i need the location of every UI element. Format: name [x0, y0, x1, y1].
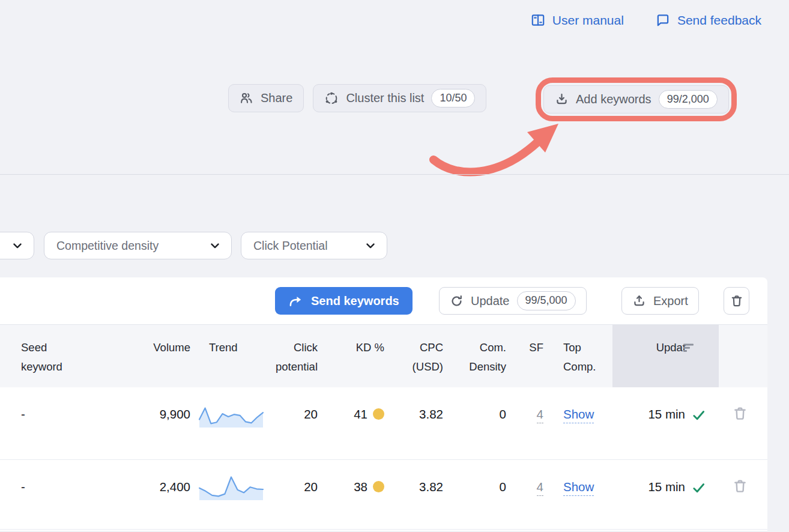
- add-keywords-label: Add keywords: [576, 92, 651, 106]
- user-manual-label: User manual: [552, 13, 624, 28]
- kd-value: 41: [354, 407, 367, 422]
- column-header-trend[interactable]: Trend: [190, 325, 264, 387]
- check-icon: [692, 408, 706, 422]
- update-count-badge: 99/5,000: [517, 291, 576, 310]
- export-button[interactable]: Export: [621, 287, 699, 315]
- column-header-seed-keyword[interactable]: Seed keyword: [0, 325, 81, 387]
- show-link[interactable]: Show: [563, 407, 594, 423]
- help-links: User manual Send feedback: [530, 13, 761, 28]
- cell-top-comp: Show: [543, 460, 612, 529]
- cell-updated: 15 min: [612, 387, 719, 459]
- send-feedback-label: Send feedback: [677, 13, 761, 28]
- column-header-kd[interactable]: KD %: [318, 325, 384, 387]
- cell-sf: 4: [506, 387, 543, 459]
- table-row: - 9,900 20 41 3.82 0 4 Show 15 min: [0, 387, 767, 460]
- cell-seed-keyword: -: [0, 387, 81, 459]
- refresh-icon: [450, 294, 464, 308]
- table-header-row: Seed keyword Volume Trend Click potentia…: [0, 324, 767, 387]
- send-keywords-label: Send keywords: [311, 294, 399, 308]
- column-header-top-comp[interactable]: Top Comp.: [543, 325, 612, 387]
- cell-seed-keyword: -: [0, 460, 81, 529]
- cluster-label: Cluster this list: [346, 91, 424, 105]
- sf-value[interactable]: 4: [537, 480, 543, 496]
- cell-kd: 38: [318, 460, 384, 529]
- cluster-count-badge: 10/50: [431, 89, 475, 107]
- cell-cpc: 3.82: [384, 387, 443, 459]
- cell-volume: 9,900: [81, 387, 190, 459]
- keyword-table-card: Send keywords Update 99/5,000 Export: [0, 277, 767, 531]
- kd-difficulty-dot: [373, 408, 384, 420]
- cluster-icon: [324, 91, 339, 106]
- table-row: - 2,400 20 38 3.82 0 4 Show 15 min: [0, 460, 767, 530]
- cell-click-potential: 20: [264, 460, 318, 529]
- column-header-cpc[interactable]: CPC (USD): [384, 325, 443, 387]
- filter-click-potential[interactable]: Click Potential: [241, 232, 387, 259]
- filter-click-potential-label: Click Potential: [253, 239, 328, 253]
- kd-value: 38: [354, 480, 367, 494]
- trend-sparkline: [190, 387, 264, 459]
- cell-sf: 4: [506, 460, 543, 529]
- column-header-actions: [719, 325, 767, 387]
- show-link[interactable]: Show: [563, 480, 594, 496]
- check-icon: [692, 481, 706, 495]
- section-divider: [0, 174, 789, 175]
- column-header-volume[interactable]: Volume: [81, 325, 190, 387]
- cell-cpc: 3.82: [384, 460, 443, 529]
- trash-icon[interactable]: [732, 478, 748, 494]
- chevron-down-icon: [11, 239, 24, 252]
- update-label: Update: [471, 294, 510, 308]
- filter-competitive-density-label: Competitive density: [56, 239, 159, 253]
- cell-row-actions: [719, 387, 767, 459]
- highlight-ring-annotation: Add keywords 99/2,000: [536, 77, 737, 121]
- cluster-this-list-button[interactable]: Cluster this list 10/50: [313, 84, 486, 112]
- trend-sparkline: [190, 460, 264, 529]
- action-bar: Share Cluster this list 10/50: [228, 84, 486, 112]
- user-manual-link[interactable]: User manual: [530, 13, 624, 28]
- cell-updated: 15 min: [612, 460, 719, 529]
- cell-com-density: 0: [443, 460, 506, 529]
- updated-value: 15 min: [648, 407, 685, 422]
- cell-row-actions: [719, 460, 767, 529]
- send-feedback-link[interactable]: Send feedback: [655, 13, 761, 28]
- trash-icon: [730, 294, 744, 308]
- filter-dropdown-partial[interactable]: [0, 232, 34, 259]
- add-keywords-button[interactable]: Add keywords 99/2,000: [543, 85, 729, 113]
- column-header-updated-sorted[interactable]: Updat: [612, 325, 719, 387]
- delete-list-button[interactable]: [724, 287, 749, 315]
- forward-arrow-icon: [288, 294, 303, 307]
- cell-click-potential: 20: [264, 387, 318, 459]
- cell-kd: 41: [318, 387, 384, 459]
- send-keywords-button[interactable]: Send keywords: [275, 287, 413, 315]
- chevron-down-icon: [208, 239, 222, 252]
- cell-top-comp: Show: [543, 387, 612, 459]
- table-toolbar: Send keywords Update 99/5,000 Export: [0, 277, 767, 324]
- upload-icon: [632, 294, 646, 308]
- cell-volume: 2,400: [81, 460, 190, 529]
- chevron-down-icon: [364, 239, 377, 252]
- column-header-updated-label: Updat: [656, 338, 686, 357]
- filter-competitive-density[interactable]: Competitive density: [44, 232, 232, 259]
- sf-value[interactable]: 4: [537, 407, 543, 423]
- updated-value: 15 min: [648, 480, 685, 494]
- update-button[interactable]: Update 99/5,000: [439, 287, 587, 315]
- add-keywords-count-badge: 99/2,000: [659, 90, 718, 109]
- trash-icon[interactable]: [732, 405, 748, 422]
- column-header-com-density[interactable]: Com. Density: [443, 325, 506, 387]
- sort-desc-icon: [683, 343, 695, 352]
- curved-arrow-annotation: [424, 119, 565, 186]
- share-label: Share: [261, 91, 292, 105]
- column-header-sf[interactable]: SF: [506, 325, 543, 387]
- export-label: Export: [653, 294, 688, 308]
- kd-difficulty-dot: [373, 481, 384, 492]
- users-icon: [240, 91, 253, 105]
- book-icon: [530, 13, 546, 28]
- download-icon: [555, 92, 569, 106]
- cell-com-density: 0: [443, 387, 506, 459]
- share-button[interactable]: Share: [228, 84, 304, 112]
- speech-bubble-icon: [655, 13, 671, 28]
- page: User manual Send feedback Share: [0, 0, 789, 532]
- column-header-click-potential[interactable]: Click potential: [264, 325, 318, 387]
